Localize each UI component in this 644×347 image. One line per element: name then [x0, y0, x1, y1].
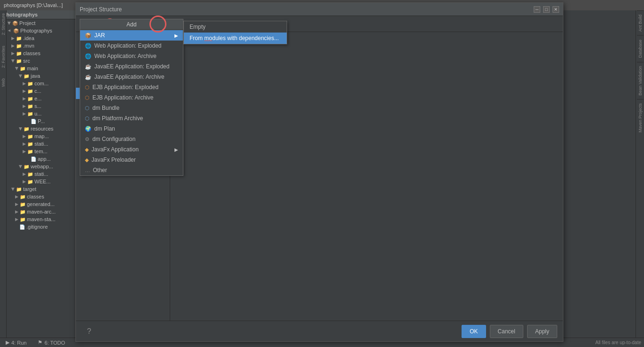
tree-item[interactable]: ▶📁main [0, 65, 77, 72]
apply-btn[interactable]: Apply [527, 325, 557, 338]
dialog-titlebar: Project Structure ─ □ ✕ [76, 3, 563, 16]
menu-item-ejb-application--archive[interactable]: ⬡EJB Application: Archive [80, 92, 183, 103]
ejb-icon: ⬡ [85, 95, 90, 101]
left-vtabs: 2: Structure 2: Favorites Web [0, 10, 7, 338]
right-tab-database[interactable]: Database [637, 35, 644, 62]
tree-item[interactable]: ▶📁classes [0, 193, 77, 200]
footer-action-btns: OK Cancel Apply [462, 325, 557, 338]
run-tab[interactable]: ▶ 4: Run [3, 339, 29, 347]
menu-item-javafx-application[interactable]: ◆JavaFx Application▶ [80, 144, 183, 155]
tree-item[interactable]: ▶📁u... [0, 110, 77, 117]
project-panel: Photographys ▶📦Project▼📦Photographys▶📁.i… [0, 10, 78, 347]
javaee-icon: ☕ [85, 64, 91, 70]
tree-item-label: .mvn [23, 43, 34, 49]
menu-item-dm-plan[interactable]: 🌍dm Plan [80, 124, 183, 134]
right-tab-maven-projects[interactable]: Maven Projects [637, 99, 644, 136]
project-structure-dialog: Project Structure ─ □ ✕ ◀ ▶ + ⎘ ─ Add 📦J… [75, 2, 563, 342]
tree-item[interactable]: 📄.gitignore [0, 223, 77, 231]
menu-item-web-application--archive[interactable]: 🌐Web Application: Archive [80, 51, 183, 61]
right-panel-tabs: Ant BuildDatabaseBean ValidationMaven Pr… [636, 10, 644, 338]
tree-item[interactable]: ▶📦Project [0, 19, 77, 27]
web-tab[interactable]: Web [0, 75, 6, 90]
tree-item-label: Photographys [20, 28, 52, 33]
tree-item[interactable]: ▶📁webapp... [0, 163, 77, 170]
tree-item-label: app... [38, 156, 51, 162]
menu-item-other[interactable]: …Other [80, 165, 183, 175]
right-tab-ant-build[interactable]: Ant Build [637, 10, 644, 35]
tree-item[interactable]: ▶📁java [0, 72, 77, 80]
menu-item-label: JAR [94, 32, 105, 39]
tree-item[interactable]: ▶📁com... [0, 80, 77, 87]
add-menu-list: 📦JAR▶🌐Web Application: Exploded🌐Web Appl… [80, 30, 183, 176]
tree-item[interactable]: 📄P... [0, 117, 77, 125]
ok-btn[interactable]: OK [462, 325, 486, 338]
menu-item-dm-bundle[interactable]: ⬡dm Bundle [80, 103, 183, 113]
tree-item[interactable]: ▶📁map... [0, 132, 77, 140]
web-icon: 🌐 [85, 53, 91, 59]
tree-item-label: stati... [34, 141, 48, 147]
submenu-item-empty[interactable]: Empty [184, 21, 287, 33]
tree-item[interactable]: ▶📁stati... [0, 170, 77, 178]
tree-item[interactable]: ▶📁WEE... [0, 178, 77, 185]
tree-item[interactable]: ▶📁classes [0, 50, 77, 57]
tree-item-label: maven-arc... [27, 209, 56, 215]
tree-item-label: classes [27, 194, 44, 199]
structure-tab[interactable]: 2: Structure [0, 10, 6, 38]
tree-item[interactable]: ▶📁s... [0, 102, 77, 110]
menu-item-javaee-application--archive[interactable]: ☕JavaEE Application: Archive [80, 72, 183, 82]
menu-item-label: Other [93, 167, 107, 174]
tree-item[interactable]: 📄app... [0, 155, 77, 163]
right-tab-bean-validation[interactable]: Bean Validation [637, 62, 644, 99]
tree-item[interactable]: ▶📁maven-sta... [0, 215, 77, 223]
dialog-main-content [170, 32, 563, 321]
tree-item[interactable]: ▶📁target [0, 185, 77, 193]
menu-item-dm-configuration[interactable]: ⚙dm Configuration [80, 134, 183, 144]
menu-item-javaee-application--exploded[interactable]: ☕JavaEE Application: Exploded [80, 61, 183, 72]
modules-text: mo [204, 35, 212, 41]
help-btn[interactable]: ? [82, 326, 97, 337]
tree-item-label: stati... [34, 171, 48, 177]
menu-item-ejb-application--exploded[interactable]: ⬡EJB Application: Exploded [80, 82, 183, 92]
menu-item-label: dm Platform Archive [92, 115, 143, 122]
tree-item[interactable]: ▶📁.idea [0, 34, 77, 42]
todo-tab[interactable]: ⚑ 6: TODO [35, 339, 68, 347]
menu-item-label: dm Plan [94, 125, 115, 132]
add-menu-header: Add [80, 19, 183, 30]
cancel-btn[interactable]: Cancel [490, 325, 523, 338]
tree-item[interactable]: ▶📁.mvn [0, 42, 77, 50]
tree-item-label: com... [34, 81, 49, 86]
status-text: All files are up-to-date [595, 340, 641, 345]
tree-item-label: main [27, 66, 38, 71]
tree-item[interactable]: ▶📁maven-arc... [0, 208, 77, 215]
favorites-tab[interactable]: 2: Favorites [0, 43, 6, 71]
dialog-minimize-btn[interactable]: ─ [534, 6, 540, 13]
tree-item-label: classes [23, 50, 41, 56]
menu-item-label: EJB Application: Archive [92, 94, 153, 101]
dialog-maximize-btn[interactable]: □ [543, 6, 550, 13]
dialog-close-btn[interactable]: ✕ [553, 6, 559, 13]
tree-item[interactable]: ▶📁generated... [0, 200, 77, 208]
menu-item-web-application--exploded[interactable]: 🌐Web Application: Exploded [80, 41, 183, 51]
menu-item-javafx-preloader[interactable]: ◆JavaFx Preloader [80, 155, 183, 165]
submenu-item-from-modules-with-dependencies---[interactable]: From modules with dependencies... [184, 33, 287, 44]
tree-item[interactable]: ▶📁resources [0, 125, 77, 132]
tree-item[interactable]: ▼📦Photographys [0, 27, 77, 34]
tree-item-label: tem... [34, 149, 48, 154]
tree-item-label: src [23, 58, 30, 64]
dialog-toolbar: ◀ ▶ + ⎘ ─ Add 📦JAR▶🌐Web Application: Exp… [76, 16, 563, 32]
tree-item-label: map... [34, 133, 49, 139]
menu-item-jar[interactable]: 📦JAR▶ [80, 30, 183, 41]
dm-icon: ⬡ [85, 116, 90, 122]
tree-item[interactable]: ▶📁tem... [0, 148, 77, 155]
tree-item[interactable]: ▶📁stati... [0, 140, 77, 148]
project-panel-header: Photographys [0, 10, 77, 19]
menu-item-label: Web Application: Exploded [94, 42, 162, 49]
tree-item[interactable]: ▶📁src [0, 57, 77, 65]
dialog-controls: ─ □ ✕ [534, 6, 559, 13]
menu-item-dm-platform-archive[interactable]: ⬡dm Platform Archive [80, 113, 183, 124]
tree-item[interactable]: ▶📁e... [0, 95, 77, 102]
menu-item-label: JavaEE Application: Exploded [94, 63, 169, 70]
other-icon: … [85, 167, 90, 173]
menu-item-label: JavaEE Application: Archive [94, 74, 165, 80]
tree-item[interactable]: ▶📁c... [0, 87, 77, 95]
